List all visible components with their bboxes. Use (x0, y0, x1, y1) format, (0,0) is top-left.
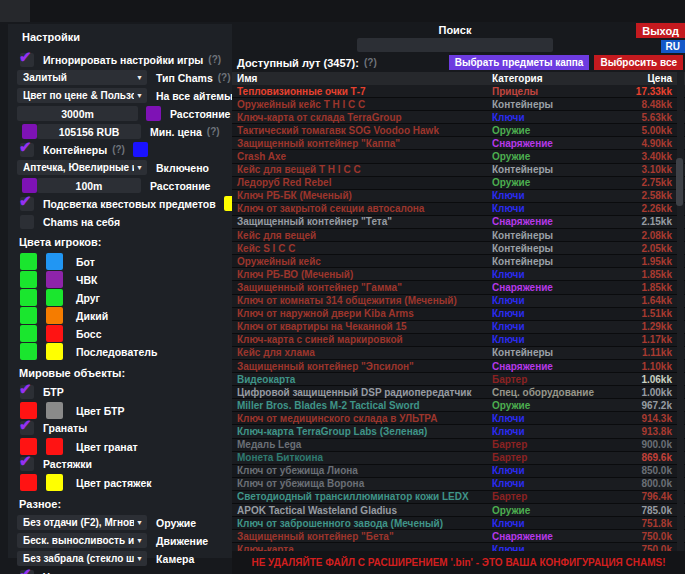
item-category: Ключи (492, 465, 614, 476)
text-input[interactable]: 100m (37, 178, 141, 193)
table-row[interactable]: Медаль LegaБартер900.0k (232, 439, 685, 452)
table-row[interactable]: Монета БиткоинаБартер869.6k (232, 452, 685, 465)
chevron-down-icon: ▼ (136, 537, 143, 544)
table-row[interactable]: Кейс для вещей T H I C CКонтейнеры3.10kk (232, 164, 685, 177)
table-row[interactable]: Miller Bros. Blades M-2 Tactical SwordОр… (232, 399, 685, 412)
color-swatch[interactable] (46, 343, 63, 360)
table-row[interactable]: Ключ от убежища ВоронаКлючи800.0k (232, 478, 685, 491)
language-button[interactable]: RU (661, 40, 685, 53)
table-row[interactable]: Светодиодный трансиллюминатор кожи LEDXБ… (232, 491, 685, 504)
color-swatch[interactable] (20, 343, 37, 360)
color-swatch[interactable] (20, 474, 37, 491)
table-row[interactable]: Ключ-карта с синей маркировкойКлючи1.17k… (232, 334, 685, 347)
table-row[interactable]: Ключ РБ-ВО (Меченый)Ключи1.85kk (232, 268, 685, 281)
loot-toolbar: Доступный лут (3457): (?) Выбрать предме… (237, 55, 683, 70)
item-price: 1.00kk (614, 387, 685, 398)
table-row[interactable]: Ключ от наружной двери Kiba ArmsКлючи1.5… (232, 308, 685, 321)
table-row[interactable]: Ключ от убежища ЛионаКлючи850.0k (232, 465, 685, 478)
color-swatch[interactable] (20, 271, 37, 288)
column-header-name[interactable]: Имя (232, 73, 492, 84)
color-swatch[interactable] (133, 142, 148, 157)
checkbox[interactable]: ✔ (20, 385, 34, 399)
item-category: Бартер (492, 452, 614, 463)
table-row[interactable]: Ключ от квартиры на Чеканной 15Ключи1.29… (232, 321, 685, 334)
color-swatch[interactable] (46, 325, 63, 342)
table-row[interactable]: Защищенный контейнер "Гамма"Снаряжение1.… (232, 281, 685, 294)
item-name: Медаль Lega (232, 439, 492, 450)
table-row[interactable]: Ключ от медицинского склада в УЛЬТРАКлюч… (232, 412, 685, 425)
table-row[interactable]: Кейс S I C CКонтейнеры2.05kk (232, 242, 685, 255)
color-swatch[interactable] (46, 438, 63, 455)
item-category: Ключи (492, 112, 614, 123)
item-price: 1.64kk (614, 295, 685, 306)
dropdown-value: Без отдачи (F2), Мгновенное п (23, 517, 134, 528)
color-swatch[interactable] (46, 253, 63, 270)
item-name: Защищенный контейнер "Эпсилон" (232, 361, 492, 372)
checkbox[interactable]: ✔ (20, 421, 34, 435)
table-row[interactable]: Ключ от закрытой секции автосалонаКлючи2… (232, 203, 685, 216)
table-row[interactable]: Тепловизионные очки Т-7Прицелы17.33kk (232, 85, 685, 98)
item-name: Кейс для хлама (232, 347, 492, 358)
chevron-down-icon: ▼ (136, 164, 143, 171)
text-input[interactable]: 105156 RUB (37, 124, 141, 139)
table-row[interactable]: Ключ от комнаты 314 общежития (Меченый)К… (232, 295, 685, 308)
checkbox[interactable]: ✔ (20, 457, 34, 471)
color-swatch[interactable] (46, 474, 63, 491)
text-input[interactable]: 3000m (17, 106, 138, 121)
column-header-price[interactable]: Цена (614, 73, 685, 84)
table-row[interactable]: Защищенный контейнер "Эпсилон"Снаряжение… (232, 360, 685, 373)
drop-all-button[interactable]: Выбросить все (594, 55, 683, 70)
color-swatch[interactable] (20, 307, 37, 324)
table-row[interactable]: APOK Tactical Wasteland GladiusОружие785… (232, 504, 685, 517)
table-row[interactable]: Кейс для хламаКонтейнеры1.11kk (232, 347, 685, 360)
dropdown[interactable]: Без забрала (стекло шлема)▼ (17, 551, 147, 566)
color-swatch[interactable] (46, 289, 63, 306)
color-swatch[interactable] (46, 402, 63, 419)
settings-row: ЧВК (14, 271, 232, 288)
search-input[interactable] (357, 38, 553, 52)
color-swatch[interactable] (46, 307, 63, 324)
color-swatch[interactable] (20, 289, 37, 306)
dropdown[interactable]: Аптечка, Ювелирные и...▼ (17, 160, 147, 175)
checkbox[interactable] (20, 215, 34, 229)
dropdown[interactable]: Беск. выносливость и нет уста▼ (17, 533, 147, 548)
table-row[interactable]: Crash AxeОружие3.40kk (232, 150, 685, 163)
table-row[interactable]: Ключ-картаКлючи750.0k (232, 543, 685, 551)
color-swatch[interactable] (20, 253, 37, 270)
table-row[interactable]: Защищенный контейнер "Тета"Снаряжение2.1… (232, 216, 685, 229)
checkbox[interactable]: ✔ (20, 143, 34, 157)
table-row[interactable]: Защищенный контейнер "Бета"Снаряжение750… (232, 530, 685, 543)
color-swatch[interactable] (146, 106, 161, 121)
table-row[interactable]: Оружейный кейс T H I C CКонтейнеры8.48kk (232, 98, 685, 111)
scrollbar-thumb[interactable] (676, 158, 683, 206)
exit-button[interactable]: Выход (636, 23, 685, 38)
item-price: 5.63kk (614, 112, 685, 123)
footer-warning: НЕ УДАЛЯЙТЕ ФАЙЛ С РАСШИРЕНИЕМ '.bin' - … (251, 557, 665, 568)
item-price: 1.95kk (614, 256, 685, 267)
table-row[interactable]: Тактический томагавк SOG Voodoo HawkОруж… (232, 124, 685, 137)
table-row[interactable]: Ключ РБ-БК (Меченый)Ключи2.58kk (232, 190, 685, 203)
column-header-category[interactable]: Категория (492, 73, 614, 84)
item-name: Тепловизионные очки Т-7 (232, 86, 492, 97)
dropdown[interactable]: Залитый▼ (17, 70, 147, 85)
setting-label: Оружие (156, 517, 196, 529)
table-row[interactable]: Цифровой защищенный DSP радиопередатчикС… (232, 386, 685, 399)
table-row[interactable]: Ледоруб Red RebelОружие2.75kk (232, 177, 685, 190)
table-row[interactable]: Кейс для вещейКонтейнеры2.08kk (232, 229, 685, 242)
color-swatch[interactable] (46, 271, 63, 288)
table-row[interactable]: ВидеокартаБартер1.06kk (232, 373, 685, 386)
color-swatch[interactable] (20, 325, 37, 342)
checkbox[interactable]: ✔ (20, 53, 34, 67)
table-row[interactable]: Защищенный контейнер "Каппа"Снаряжение4.… (232, 137, 685, 150)
dropdown[interactable]: Без отдачи (F2), Мгновенное п▼ (17, 515, 147, 530)
table-row[interactable]: Ключ-карта TerraGroup Labs (Зеленая)Ключ… (232, 425, 685, 438)
checkbox[interactable]: ✔ (20, 197, 34, 211)
scrollbar-track[interactable] (677, 72, 684, 551)
checkbox[interactable]: ✔ (20, 570, 34, 574)
table-row[interactable]: Ключ от заброшенного завода (Меченый)Клю… (232, 517, 685, 530)
item-price: 967.2k (614, 400, 685, 411)
table-row[interactable]: Оружейный кейсКонтейнеры1.95kk (232, 255, 685, 268)
select-kappa-items-button[interactable]: Выбрать предметы каппа (449, 55, 590, 70)
dropdown[interactable]: Цвет по цене & Пользователь▼ (17, 88, 147, 103)
table-row[interactable]: Ключ-карта от склада TerraGroupКлючи5.63… (232, 111, 685, 124)
